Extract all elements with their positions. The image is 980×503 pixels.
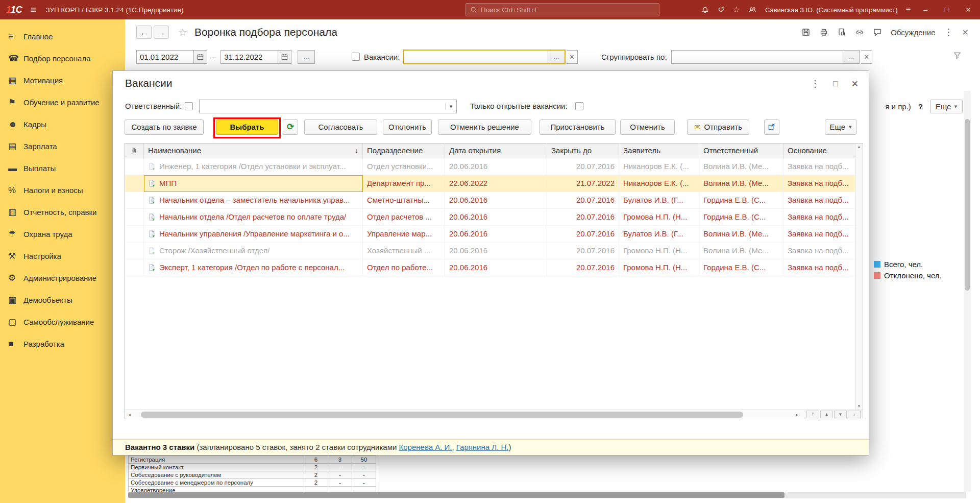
- dialog-maximize-icon[interactable]: □: [833, 79, 838, 88]
- sidebar-item-recruitment[interactable]: ☎Подбор персонала: [0, 47, 125, 69]
- users-icon[interactable]: [748, 6, 757, 14]
- discussion-icon[interactable]: [873, 28, 882, 37]
- save-icon[interactable]: [801, 28, 811, 37]
- vacancy-row[interactable]: Инженер, 1 категория /Отдел установки и …: [125, 158, 855, 175]
- scrollbar-track[interactable]: [135, 412, 792, 418]
- service-menu-icon[interactable]: ≡: [906, 6, 911, 14]
- go-down-button[interactable]: ▼: [834, 411, 847, 418]
- back-button[interactable]: ←: [136, 26, 152, 39]
- cancel-button[interactable]: Отменить: [620, 119, 675, 135]
- attachments-column-header[interactable]: [125, 143, 144, 158]
- sidebar-item-taxes[interactable]: %Налоги и взносы: [0, 179, 125, 201]
- print-icon[interactable]: [819, 28, 828, 37]
- sidebar-item-payments[interactable]: ▬Выплаты: [0, 157, 125, 179]
- responsible-combo[interactable]: ▾: [199, 100, 457, 113]
- main-menu-icon[interactable]: ≡: [31, 4, 37, 16]
- scrollbar-thumb[interactable]: [128, 492, 785, 498]
- favorite-star-icon[interactable]: ☆: [178, 26, 187, 38]
- discussion-label[interactable]: Обсуждение: [891, 28, 935, 37]
- help-button[interactable]: ?: [918, 102, 923, 111]
- scroll-right-icon[interactable]: ▸: [793, 412, 801, 417]
- table-vertical-scrollbar[interactable]: ▲ ▼: [855, 143, 863, 410]
- group-by-choose-button[interactable]: ...: [843, 50, 860, 64]
- go-bottom-button[interactable]: ⤓: [848, 411, 861, 418]
- sidebar-item-labor-safety[interactable]: ☂Охрана труда: [0, 223, 125, 245]
- combo-dropdown-icon[interactable]: ▾: [445, 103, 456, 110]
- group-by-input[interactable]: [671, 50, 843, 64]
- cancel-decision-button[interactable]: Отменить решение: [438, 119, 531, 135]
- link-icon[interactable]: [855, 28, 864, 37]
- scrollbar-thumb[interactable]: [141, 412, 743, 418]
- sidebar-item-administration[interactable]: ⚙Администрирование: [0, 267, 125, 289]
- vacancy-row[interactable]: Начальник управления /Управление маркети…: [125, 226, 855, 243]
- sidebar-item-demo-objects[interactable]: ▣Демообъекты: [0, 289, 125, 311]
- more-menu-icon[interactable]: ⋮: [944, 27, 953, 38]
- calendar-icon[interactable]: [193, 50, 207, 64]
- sidebar-item-self-service[interactable]: ▢Самообслуживание: [0, 311, 125, 333]
- date-from-input[interactable]: [136, 50, 193, 64]
- sidebar-item-training[interactable]: ⚑Обучение и развитие: [0, 91, 125, 113]
- sidebar-item-main[interactable]: ≡Главное: [0, 26, 125, 47]
- history-icon[interactable]: ↺: [718, 6, 724, 14]
- current-user[interactable]: Савинская З.Ю. (Системный программист): [765, 6, 898, 14]
- column-header-open-date[interactable]: Дата открытия: [445, 143, 547, 158]
- sidebar-item-settings[interactable]: ⚒Настройка: [0, 245, 125, 267]
- employee-link[interactable]: Гарянина Л. Н.: [456, 443, 509, 451]
- column-header-basis[interactable]: Основание: [783, 143, 855, 158]
- main-vertical-scrollbar[interactable]: [964, 91, 971, 492]
- sidebar-item-reports[interactable]: ▥Отчетность, справки: [0, 201, 125, 223]
- funnel-stage-row[interactable]: Регистрация6350: [129, 456, 376, 464]
- forward-button[interactable]: →: [154, 26, 169, 39]
- window-maximize-button[interactable]: □: [940, 6, 953, 14]
- column-header-close-by[interactable]: Закрыть до: [547, 143, 619, 158]
- group-by-clear-button[interactable]: ✕: [861, 50, 872, 64]
- column-header-department[interactable]: Подразделение: [363, 143, 445, 158]
- filter-funnel-icon[interactable]: [953, 51, 962, 60]
- column-header-name[interactable]: Наименование ↓: [144, 143, 363, 158]
- employee-link[interactable]: Коренева А. И.: [399, 443, 452, 451]
- date-to-input[interactable]: [220, 50, 278, 64]
- funnel-stage-row[interactable]: Собеседование с руководителем2--: [129, 471, 376, 479]
- vacancies-filter-input[interactable]: [404, 50, 548, 64]
- sidebar-item-development[interactable]: ■Разработка: [0, 333, 125, 355]
- period-options-button[interactable]: ...: [298, 50, 315, 64]
- scroll-down-icon[interactable]: ▼: [855, 404, 863, 409]
- dialog-more-button[interactable]: Еще ▾: [825, 119, 856, 135]
- funnel-stage-row[interactable]: Собеседование с менеджером по персоналу2…: [129, 479, 376, 487]
- select-button[interactable]: Выбрать: [216, 119, 278, 135]
- vacancy-row[interactable]: Эксперт, 1 категория /Отдел по работе с …: [125, 259, 855, 276]
- create-by-request-button[interactable]: Создать по заявке: [125, 119, 204, 135]
- sidebar-item-payroll[interactable]: ▤Зарплата: [0, 135, 125, 157]
- vacancies-filter-checkbox[interactable]: [352, 53, 360, 61]
- global-search-input[interactable]: Поиск Ctrl+Shift+F: [465, 3, 659, 16]
- open-in-new-button[interactable]: [764, 119, 779, 135]
- scrollbar-thumb[interactable]: [965, 119, 970, 291]
- form-close-icon[interactable]: ✕: [962, 28, 969, 37]
- scroll-left-icon[interactable]: ◂: [125, 412, 134, 417]
- reject-button[interactable]: Отклонить: [383, 119, 432, 135]
- vacancy-row[interactable]: Сторож /Хозяйственный отдел/ Хозяйственн…: [125, 243, 855, 259]
- send-button[interactable]: ✉ Отправить: [687, 119, 749, 135]
- calendar-icon[interactable]: [278, 50, 291, 64]
- vacancies-clear-button[interactable]: ✕: [567, 50, 578, 64]
- sidebar-item-motivation[interactable]: ▦Мотивация: [0, 69, 125, 91]
- main-horizontal-scrollbar[interactable]: [128, 492, 966, 498]
- suspend-button[interactable]: Приостановить: [540, 119, 616, 135]
- funnel-stage-row[interactable]: Первичный контакт2--: [129, 464, 376, 471]
- vacancy-row[interactable]: Начальник отдела – заместитель начальник…: [125, 192, 855, 209]
- report-more-button[interactable]: Еще ▾: [930, 100, 963, 113]
- scroll-up-icon[interactable]: ▲: [855, 145, 863, 149]
- dialog-close-icon[interactable]: ✕: [851, 79, 859, 89]
- vacancy-row[interactable]: Начальник отдела /Отдел расчетов по опла…: [125, 209, 855, 226]
- window-close-button[interactable]: ✕: [962, 6, 975, 14]
- favorites-icon[interactable]: ☆: [733, 6, 740, 14]
- vacancy-row-selected[interactable]: МПП Департамент пр... 22.06.2022 21.07.2…: [125, 175, 855, 192]
- column-header-responsible[interactable]: Ответственный: [699, 143, 783, 158]
- notifications-icon[interactable]: [701, 6, 709, 14]
- responsible-checkbox[interactable]: [185, 102, 193, 110]
- go-up-button[interactable]: ▲: [820, 411, 833, 418]
- vacancies-choose-button[interactable]: ...: [548, 50, 565, 64]
- only-open-checkbox[interactable]: [575, 102, 583, 110]
- dialog-kebab-icon[interactable]: ⋮: [811, 78, 820, 89]
- column-header-applicant[interactable]: Заявитель: [619, 143, 699, 158]
